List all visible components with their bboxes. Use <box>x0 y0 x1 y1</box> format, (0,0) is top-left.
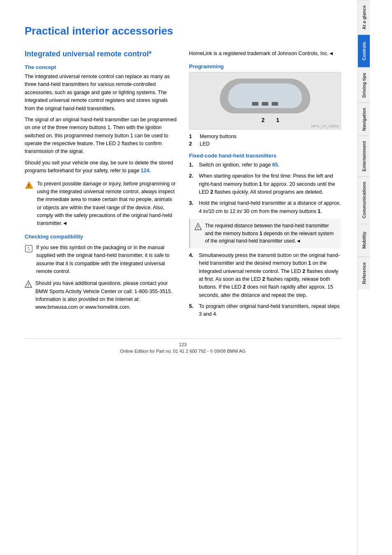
step-1: Switch on ignition, refer to page 65. <box>189 161 341 169</box>
homelink-compat-icon <box>25 244 33 276</box>
info-triangle-icon <box>25 280 32 312</box>
tab-communications[interactable]: Communications <box>358 176 370 223</box>
concept-text2: The signal of an original hand-held tran… <box>25 116 177 156</box>
tab-driving-tips[interactable]: Driving tips <box>358 67 370 103</box>
steps-list: Switch on ignition, refer to page 65. Wh… <box>189 161 341 215</box>
fixed-code-heading: Fixed-code hand-held transmitters <box>189 153 341 159</box>
checking-heading: Checking compatibility <box>25 234 177 240</box>
concept-text1: The integrated universal remote control … <box>25 73 177 113</box>
tab-controls[interactable]: Controls <box>358 35 370 67</box>
svg-point-4 <box>28 286 29 287</box>
step-4: Simultaneously press the transmit button… <box>189 252 341 299</box>
step-3-note: The required distance between the hand-h… <box>189 219 341 248</box>
main-content: Practical interior accessories Integrate… <box>0 0 357 555</box>
footer-text: Online Edition for Part no. 01 41 2 600 … <box>25 349 341 354</box>
programming-heading: Programming <box>189 63 341 69</box>
tab-at-a-glance[interactable]: At a glance <box>358 0 370 35</box>
warning-box: ! To prevent possible damage or injury, … <box>25 180 177 228</box>
left-column: Integrated universal remote control* The… <box>25 50 177 322</box>
legend-item-2: 2 LED <box>189 141 341 147</box>
checking-info-box: If you see this symbol on the packaging … <box>25 244 177 276</box>
tab-reference[interactable]: Reference <box>358 257 370 289</box>
right-column: HomeLink is a registered trademark of Jo… <box>189 50 341 322</box>
page-number: 123 <box>25 342 341 347</box>
tab-entertainment[interactable]: Entertainment <box>358 136 370 176</box>
steps-list-cont: Simultaneously press the transmit button… <box>189 252 341 319</box>
warning-icon: ! <box>25 180 34 228</box>
svg-text:!: ! <box>28 183 29 188</box>
programming-image: 2 1 WPS_LFI_03066 <box>189 72 341 130</box>
svg-point-7 <box>198 229 198 229</box>
homelink-note: HomeLink is a registered trademark of Jo… <box>189 50 341 58</box>
concept-text3: Should you sell your vehicle one day, be… <box>25 159 177 175</box>
checking-text: If you see this symbol on the packaging … <box>36 244 177 276</box>
page-container: Practical interior accessories Integrate… <box>0 0 392 555</box>
section-main-heading: Integrated universal remote control* <box>25 50 177 58</box>
contact-info-box: Should you have additional questions, pl… <box>25 280 177 312</box>
two-col-layout: Integrated universal remote control* The… <box>25 50 341 322</box>
side-tabs: At a glance Controls Driving tips Naviga… <box>357 0 370 555</box>
step-2: When starting operation for the first ti… <box>189 172 341 196</box>
legend-item-1: 1 Memory buttons <box>189 134 341 139</box>
legend-list: 1 Memory buttons 2 LED <box>189 134 341 147</box>
concept-heading: The concept <box>25 64 177 70</box>
label-1: 1 <box>276 117 279 123</box>
svg-rect-1 <box>25 245 32 252</box>
img-watermark: WPS_LFI_03066 <box>311 124 339 128</box>
page-footer: 123 Online Edition for Part no. 01 41 2 … <box>25 338 341 354</box>
step-3: Hold the original hand-held transmitter … <box>189 199 341 215</box>
tab-mobility[interactable]: Mobility <box>358 224 370 257</box>
label-2: 2 <box>261 117 265 123</box>
step-3-note-text: The required distance between the hand-h… <box>205 222 337 245</box>
warning-text: To prevent possible damage or injury, be… <box>37 180 177 228</box>
note-triangle-icon <box>194 222 202 245</box>
step-5: To program other original hand-held tran… <box>189 303 341 319</box>
info-text: Should you have additional questions, pl… <box>35 280 177 312</box>
tab-navigation[interactable]: Navigation <box>358 102 370 136</box>
page-title: Practical interior accessories <box>25 25 341 37</box>
